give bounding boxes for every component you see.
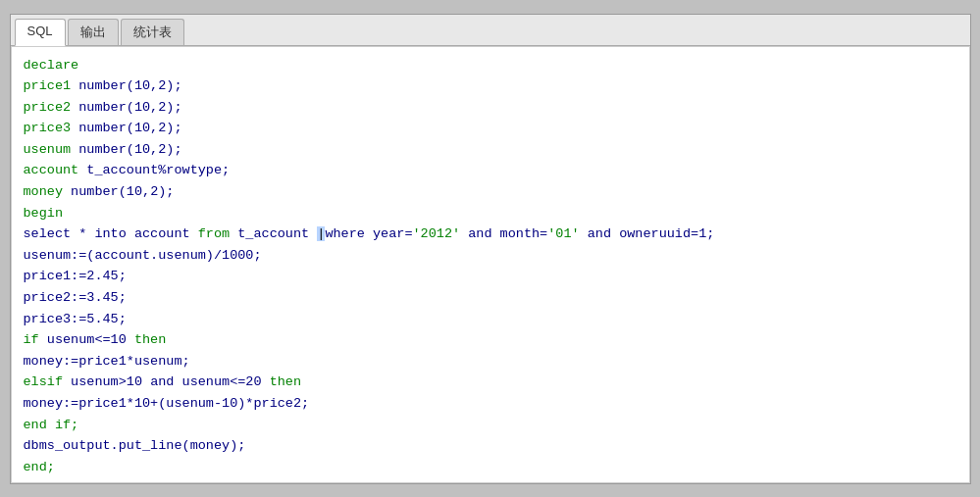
tab-stats[interactable]: 统计表: [121, 19, 184, 45]
tab-output[interactable]: 输出: [68, 19, 119, 45]
main-window: SQL 输出 统计表 declare price1 number(10,2); …: [10, 14, 971, 484]
code-content: declare price1 number(10,2); price2 numb…: [24, 55, 957, 478]
tab-sql[interactable]: SQL: [15, 19, 66, 46]
sql-editor[interactable]: declare price1 number(10,2); price2 numb…: [11, 46, 970, 483]
tab-bar: SQL 输出 统计表: [11, 15, 970, 46]
